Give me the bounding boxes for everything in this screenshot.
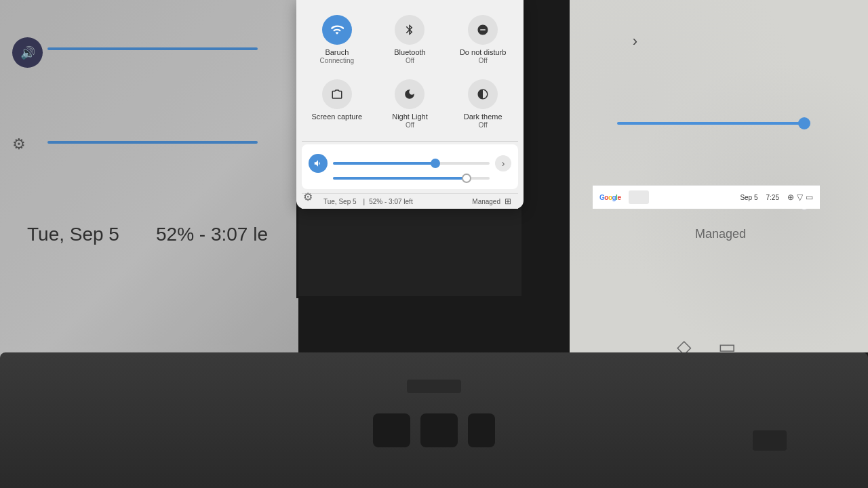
taskbar-battery-icon: ▭ [806,192,813,202]
quick-settings-panel: Baruch Connecting Bluetooth Off [296,0,524,209]
laptop-button-left [373,413,410,447]
toggles-grid: Baruch Connecting Bluetooth Off [302,8,518,134]
dnd-label-group: Do not disturb Off [460,48,506,64]
nightlight-toggle[interactable]: Night Light Off [375,73,446,134]
taskbar-icons: ⊕ ▽ ▭ [787,192,813,202]
laptop-button-lock [468,413,495,447]
darktheme-icon-circle [468,79,498,109]
brightness-thumb [462,174,471,183]
bluetooth-icon-circle [395,15,425,45]
brightness-fill [333,177,466,180]
bg-right-slider1 [617,122,807,125]
screencapture-icon-circle [322,79,352,109]
screencapture-label: Screen capture [312,113,363,121]
bg-brightness-slider [47,141,258,144]
nightlight-label: Night Light [392,113,428,121]
dnd-toggle[interactable]: Do not disturb Off [448,8,518,70]
wifi-label-group: Baruch Connecting [320,48,355,64]
wifi-status: Connecting [320,57,355,64]
dnd-label: Do not disturb [460,48,506,57]
laptop-hinge [407,380,461,393]
google-logo: Google [599,194,620,201]
bluetooth-status: Off [406,57,414,64]
laptop-buttons [373,413,495,447]
darktheme-toggle[interactable]: Dark theme Off [448,73,518,134]
screencapture-toggle[interactable]: Screen capture [302,73,372,134]
status-date: Tue, Sep 5 [323,198,357,205]
bg-volume-slider [47,47,258,50]
laptop-body [0,352,868,488]
status-bar: ⚙ Tue, Sep 5 | 52% - 3:07 left Managed ⊞ [302,193,518,209]
bg-volume-icon: 🔊 [12,37,43,68]
wifi-label: Baruch [325,48,349,57]
volume-thumb [431,159,440,168]
taskbar-thumbnail [629,190,649,204]
status-separator: | [363,198,366,205]
nightlight-icon-circle [395,79,425,109]
screencapture-label-group: Screen capture [312,113,363,121]
bluetooth-label: Bluetooth [394,48,425,57]
brightness-track[interactable] [333,177,490,180]
bg-managed-text: Managed [695,227,746,241]
dnd-status: Off [479,57,488,64]
wifi-toggle[interactable]: Baruch Connecting [302,8,372,70]
volume-track[interactable] [333,162,490,165]
nightlight-label-group: Night Light Off [392,113,428,129]
bluetooth-label-group: Bluetooth Off [394,48,425,64]
volume-icon [309,154,328,173]
volume-slider-row: › [309,154,511,173]
sliders-section: › [302,144,518,189]
bg-right-arrow: › [633,33,637,50]
volume-expand-arrow[interactable]: › [495,155,511,171]
nightlight-status: Off [406,121,414,129]
managed-icon: ⊞ [505,197,511,206]
status-battery: 52% - 3:07 left [369,198,412,205]
taskbar-time: 7:25 [766,194,779,201]
taskbar-date: Sep 5 [740,194,757,201]
taskbar-wifi-icon: ▽ [797,192,803,202]
darktheme-label: Dark theme [464,113,502,121]
bg-right-dot1 [798,117,810,129]
separator-1 [302,141,518,142]
wifi-icon-circle [322,15,352,45]
background-right: › Managed ◇ ▭ [570,0,868,352]
laptop-button-center [420,413,458,447]
dnd-icon-circle [468,15,498,45]
status-managed: Managed [472,198,500,205]
brightness-slider-row [309,177,511,180]
bg-brightness-icon: ⚙ [12,136,26,153]
bg-date-text: Tue, Sep 5 [27,224,119,245]
bg-battery-text: 52% - 3:07 le [156,224,268,245]
taskbar-alarm-icon: ⊕ [787,192,794,202]
darktheme-label-group: Dark theme Off [464,113,502,129]
settings-gear-icon[interactable]: ⚙ [303,190,313,203]
bluetooth-toggle[interactable]: Bluetooth Off [375,8,446,70]
taskbar: Google Sep 5 7:25 ⊕ ▽ ▭ [593,185,820,209]
darktheme-status: Off [479,121,488,129]
laptop-speaker [753,430,787,451]
volume-fill [333,162,435,165]
